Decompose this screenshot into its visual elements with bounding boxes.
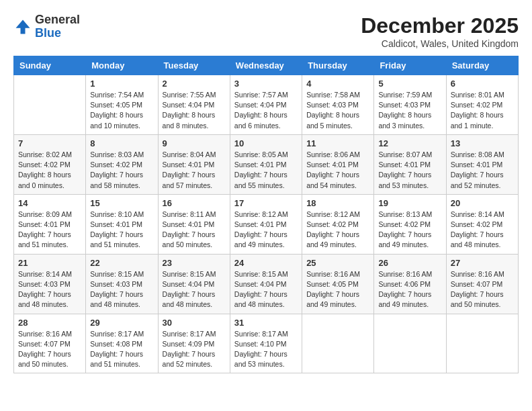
day-number: 3 <box>234 79 298 89</box>
calendar-cell: 17Sunrise: 8:12 AMSunset: 4:01 PMDayligh… <box>230 194 302 254</box>
day-number: 13 <box>451 138 514 148</box>
header-row: SundayMondayTuesdayWednesdayThursdayFrid… <box>14 56 519 75</box>
day-number: 4 <box>306 79 369 89</box>
week-row-1: 1Sunrise: 7:54 AMSunset: 4:05 PMDaylight… <box>14 75 519 135</box>
day-info: Sunrise: 8:09 AMSunset: 4:01 PMDaylight:… <box>18 210 81 250</box>
calendar-cell <box>14 75 86 135</box>
day-info: Sunrise: 8:16 AMSunset: 4:06 PMDaylight:… <box>378 269 441 310</box>
calendar-cell: 15Sunrise: 8:10 AMSunset: 4:01 PMDayligh… <box>86 194 158 254</box>
calendar-cell: 31Sunrise: 8:17 AMSunset: 4:10 PMDayligh… <box>230 314 302 373</box>
day-number: 21 <box>18 258 81 268</box>
calendar-cell: 26Sunrise: 8:16 AMSunset: 4:06 PMDayligh… <box>374 254 446 314</box>
day-number: 5 <box>378 79 441 89</box>
day-number: 28 <box>18 318 81 328</box>
calendar-cell: 28Sunrise: 8:16 AMSunset: 4:07 PMDayligh… <box>14 314 86 373</box>
day-number: 27 <box>451 258 514 268</box>
calendar-cell: 2Sunrise: 7:55 AMSunset: 4:04 PMDaylight… <box>158 75 230 135</box>
calendar-body: 1Sunrise: 7:54 AMSunset: 4:05 PMDaylight… <box>14 75 519 373</box>
day-info: Sunrise: 8:16 AMSunset: 4:05 PMDaylight:… <box>306 269 369 310</box>
day-number: 6 <box>451 79 514 89</box>
day-number: 9 <box>163 138 226 148</box>
calendar-cell: 16Sunrise: 8:11 AMSunset: 4:01 PMDayligh… <box>158 194 230 254</box>
day-info: Sunrise: 8:08 AMSunset: 4:01 PMDaylight:… <box>451 150 514 191</box>
day-info: Sunrise: 8:15 AMSunset: 4:04 PMDaylight:… <box>234 269 298 310</box>
day-info: Sunrise: 8:17 AMSunset: 4:08 PMDaylight:… <box>90 329 153 370</box>
header-cell-monday: Monday <box>86 56 158 75</box>
calendar-cell: 5Sunrise: 7:59 AMSunset: 4:03 PMDaylight… <box>374 75 446 135</box>
day-info: Sunrise: 8:04 AMSunset: 4:01 PMDaylight:… <box>163 150 226 191</box>
day-info: Sunrise: 8:16 AMSunset: 4:07 PMDaylight:… <box>451 269 514 310</box>
calendar-cell: 3Sunrise: 7:57 AMSunset: 4:04 PMDaylight… <box>230 75 302 135</box>
day-number: 2 <box>163 79 226 89</box>
header-cell-tuesday: Tuesday <box>158 56 230 75</box>
day-number: 20 <box>451 198 514 208</box>
day-number: 1 <box>90 79 153 89</box>
calendar-cell: 11Sunrise: 8:06 AMSunset: 4:01 PMDayligh… <box>302 134 374 194</box>
calendar-header: SundayMondayTuesdayWednesdayThursdayFrid… <box>14 56 519 75</box>
title-block: December 2025 Caldicot, Wales, United Ki… <box>361 13 519 49</box>
logo-text: General Blue <box>35 13 80 40</box>
logo-general-text: General <box>35 13 80 26</box>
calendar-cell: 18Sunrise: 8:12 AMSunset: 4:02 PMDayligh… <box>302 194 374 254</box>
day-info: Sunrise: 8:16 AMSunset: 4:07 PMDaylight:… <box>18 329 81 370</box>
day-info: Sunrise: 8:10 AMSunset: 4:01 PMDaylight:… <box>90 210 153 250</box>
logo-blue-text: Blue <box>35 26 61 40</box>
day-number: 17 <box>234 198 298 208</box>
calendar-cell: 25Sunrise: 8:16 AMSunset: 4:05 PMDayligh… <box>302 254 374 314</box>
day-info: Sunrise: 8:14 AMSunset: 4:03 PMDaylight:… <box>18 269 81 310</box>
day-number: 14 <box>18 198 81 208</box>
calendar-cell: 22Sunrise: 8:15 AMSunset: 4:03 PMDayligh… <box>86 254 158 314</box>
day-info: Sunrise: 8:14 AMSunset: 4:02 PMDaylight:… <box>451 210 514 250</box>
day-info: Sunrise: 8:13 AMSunset: 4:02 PMDaylight:… <box>378 210 441 250</box>
calendar-cell: 20Sunrise: 8:14 AMSunset: 4:02 PMDayligh… <box>446 194 518 254</box>
day-info: Sunrise: 7:57 AMSunset: 4:04 PMDaylight:… <box>234 90 298 131</box>
day-info: Sunrise: 8:02 AMSunset: 4:02 PMDaylight:… <box>18 150 81 191</box>
day-number: 22 <box>90 258 153 268</box>
day-number: 10 <box>234 138 298 148</box>
calendar-table: SundayMondayTuesdayWednesdayThursdayFrid… <box>13 56 519 373</box>
calendar-cell: 14Sunrise: 8:09 AMSunset: 4:01 PMDayligh… <box>14 194 86 254</box>
day-number: 30 <box>163 318 226 328</box>
week-row-2: 7Sunrise: 8:02 AMSunset: 4:02 PMDaylight… <box>14 134 519 194</box>
calendar-cell: 9Sunrise: 8:04 AMSunset: 4:01 PMDaylight… <box>158 134 230 194</box>
page-header: General Blue December 2025 Caldicot, Wal… <box>13 13 519 49</box>
day-info: Sunrise: 8:15 AMSunset: 4:04 PMDaylight:… <box>163 269 226 310</box>
header-cell-wednesday: Wednesday <box>230 56 302 75</box>
calendar-cell: 8Sunrise: 8:03 AMSunset: 4:02 PMDaylight… <box>86 134 158 194</box>
day-number: 25 <box>306 258 369 268</box>
day-number: 11 <box>306 138 369 148</box>
header-cell-sunday: Sunday <box>14 56 86 75</box>
calendar-cell: 23Sunrise: 8:15 AMSunset: 4:04 PMDayligh… <box>158 254 230 314</box>
day-info: Sunrise: 8:12 AMSunset: 4:02 PMDaylight:… <box>306 210 369 250</box>
calendar-cell <box>302 314 374 373</box>
calendar-cell: 13Sunrise: 8:08 AMSunset: 4:01 PMDayligh… <box>446 134 518 194</box>
day-number: 15 <box>90 198 153 208</box>
day-number: 23 <box>163 258 226 268</box>
day-number: 16 <box>163 198 226 208</box>
day-number: 8 <box>90 138 153 148</box>
day-number: 12 <box>378 138 441 148</box>
day-info: Sunrise: 8:05 AMSunset: 4:01 PMDaylight:… <box>234 150 298 191</box>
day-number: 24 <box>234 258 298 268</box>
day-info: Sunrise: 8:17 AMSunset: 4:10 PMDaylight:… <box>234 329 298 370</box>
day-info: Sunrise: 8:11 AMSunset: 4:01 PMDaylight:… <box>163 210 226 250</box>
calendar-cell: 24Sunrise: 8:15 AMSunset: 4:04 PMDayligh… <box>230 254 302 314</box>
day-info: Sunrise: 7:55 AMSunset: 4:04 PMDaylight:… <box>163 90 226 131</box>
calendar-cell: 10Sunrise: 8:05 AMSunset: 4:01 PMDayligh… <box>230 134 302 194</box>
day-info: Sunrise: 7:59 AMSunset: 4:03 PMDaylight:… <box>378 90 441 131</box>
day-number: 29 <box>90 318 153 328</box>
day-number: 26 <box>378 258 441 268</box>
calendar-cell: 7Sunrise: 8:02 AMSunset: 4:02 PMDaylight… <box>14 134 86 194</box>
calendar-cell: 27Sunrise: 8:16 AMSunset: 4:07 PMDayligh… <box>446 254 518 314</box>
day-number: 18 <box>306 198 369 208</box>
logo: General Blue <box>13 13 80 40</box>
day-info: Sunrise: 7:58 AMSunset: 4:03 PMDaylight:… <box>306 90 369 131</box>
header-cell-friday: Friday <box>374 56 446 75</box>
day-info: Sunrise: 8:07 AMSunset: 4:01 PMDaylight:… <box>378 150 441 191</box>
day-number: 19 <box>378 198 441 208</box>
header-cell-saturday: Saturday <box>446 56 518 75</box>
header-cell-thursday: Thursday <box>302 56 374 75</box>
week-row-4: 21Sunrise: 8:14 AMSunset: 4:03 PMDayligh… <box>14 254 519 314</box>
day-info: Sunrise: 8:06 AMSunset: 4:01 PMDaylight:… <box>306 150 369 191</box>
day-info: Sunrise: 7:54 AMSunset: 4:05 PMDaylight:… <box>90 90 153 131</box>
